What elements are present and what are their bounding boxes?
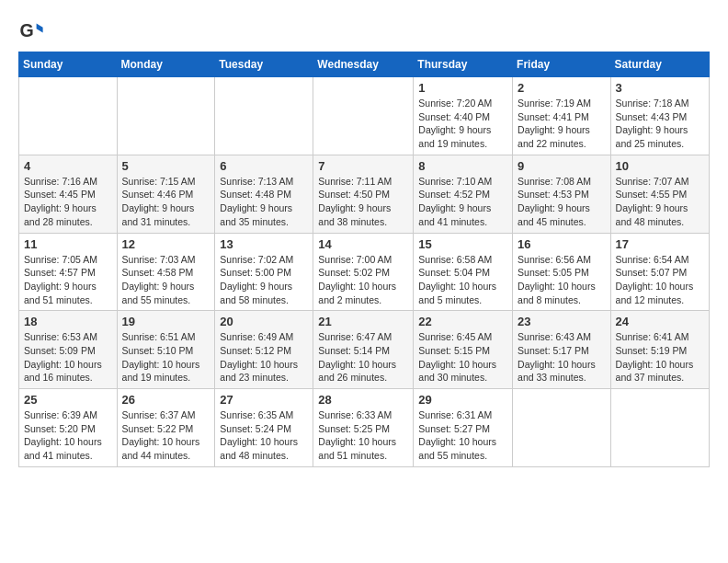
calendar-table: SundayMondayTuesdayWednesdayThursdayFrid… [18, 52, 710, 467]
calendar-cell: 24Sunrise: 6:41 AMSunset: 5:19 PMDayligh… [610, 311, 709, 389]
day-number: 16 [518, 237, 606, 251]
calendar-week-row: 1Sunrise: 7:20 AMSunset: 4:40 PMDaylight… [19, 77, 710, 155]
day-info: Sunrise: 7:05 AMSunset: 4:57 PMDaylight:… [24, 253, 112, 307]
day-number: 6 [220, 159, 308, 173]
calendar-cell: 25Sunrise: 6:39 AMSunset: 5:20 PMDayligh… [19, 389, 118, 467]
day-number: 11 [24, 237, 112, 251]
day-number: 5 [122, 159, 210, 173]
day-header-sunday: Sunday [19, 52, 118, 77]
calendar-cell: 18Sunrise: 6:53 AMSunset: 5:09 PMDayligh… [19, 311, 118, 389]
day-info: Sunrise: 6:47 AMSunset: 5:14 PMDaylight:… [318, 330, 408, 385]
day-number: 4 [24, 159, 112, 173]
day-header-saturday: Saturday [610, 52, 709, 77]
calendar-cell: 22Sunrise: 6:45 AMSunset: 5:15 PMDayligh… [414, 311, 513, 389]
calendar-cell: 4Sunrise: 7:16 AMSunset: 4:45 PMDaylight… [19, 155, 118, 233]
calendar-cell: 3Sunrise: 7:18 AMSunset: 4:43 PMDaylight… [610, 77, 709, 155]
calendar-cell: 2Sunrise: 7:19 AMSunset: 4:41 PMDaylight… [513, 77, 611, 155]
day-number: 28 [318, 393, 408, 407]
calendar-cell: 8Sunrise: 7:10 AMSunset: 4:52 PMDaylight… [414, 155, 513, 233]
day-header-wednesday: Wednesday [313, 52, 414, 77]
day-number: 9 [518, 159, 606, 173]
day-number: 13 [220, 237, 308, 251]
day-info: Sunrise: 6:53 AMSunset: 5:09 PMDaylight:… [24, 330, 112, 385]
day-number: 29 [418, 393, 507, 407]
calendar-cell: 12Sunrise: 7:03 AMSunset: 4:58 PMDayligh… [117, 233, 215, 311]
calendar-cell: 5Sunrise: 7:15 AMSunset: 4:46 PMDaylight… [117, 155, 215, 233]
svg-text:G: G [19, 20, 33, 40]
day-number: 27 [220, 393, 308, 407]
calendar-cell: 17Sunrise: 6:54 AMSunset: 5:07 PMDayligh… [610, 233, 709, 311]
day-number: 3 [616, 81, 704, 95]
day-header-thursday: Thursday [414, 52, 513, 77]
day-info: Sunrise: 6:58 AMSunset: 5:04 PMDaylight:… [418, 253, 507, 307]
calendar-cell: 16Sunrise: 6:56 AMSunset: 5:05 PMDayligh… [513, 233, 611, 311]
calendar-cell: 28Sunrise: 6:33 AMSunset: 5:25 PMDayligh… [313, 389, 414, 467]
day-info: Sunrise: 7:11 AMSunset: 4:50 PMDaylight:… [318, 175, 408, 229]
calendar-cell: 27Sunrise: 6:35 AMSunset: 5:24 PMDayligh… [215, 389, 313, 467]
day-info: Sunrise: 7:00 AMSunset: 5:02 PMDaylight:… [318, 253, 408, 307]
calendar-cell: 26Sunrise: 6:37 AMSunset: 5:22 PMDayligh… [117, 389, 215, 467]
calendar-cell: 9Sunrise: 7:08 AMSunset: 4:53 PMDaylight… [513, 155, 611, 233]
calendar-cell: 13Sunrise: 7:02 AMSunset: 5:00 PMDayligh… [215, 233, 313, 311]
calendar-cell [313, 77, 414, 155]
day-info: Sunrise: 6:49 AMSunset: 5:12 PMDaylight:… [220, 330, 308, 385]
calendar-week-row: 4Sunrise: 7:16 AMSunset: 4:45 PMDaylight… [19, 155, 710, 233]
day-number: 14 [318, 237, 408, 251]
day-info: Sunrise: 6:37 AMSunset: 5:22 PMDaylight:… [122, 408, 210, 463]
calendar-cell: 15Sunrise: 6:58 AMSunset: 5:04 PMDayligh… [414, 233, 513, 311]
day-number: 26 [122, 393, 210, 407]
day-number: 7 [318, 159, 408, 173]
day-info: Sunrise: 7:19 AMSunset: 4:41 PMDaylight:… [518, 97, 606, 151]
day-info: Sunrise: 7:07 AMSunset: 4:55 PMDaylight:… [616, 175, 704, 229]
calendar-cell: 1Sunrise: 7:20 AMSunset: 4:40 PMDaylight… [414, 77, 513, 155]
day-number: 15 [418, 237, 507, 251]
calendar-header-row: SundayMondayTuesdayWednesdayThursdayFrid… [19, 52, 710, 77]
day-info: Sunrise: 6:45 AMSunset: 5:15 PMDaylight:… [418, 330, 507, 385]
day-header-friday: Friday [513, 52, 611, 77]
day-info: Sunrise: 6:33 AMSunset: 5:25 PMDaylight:… [318, 408, 408, 463]
day-number: 12 [122, 237, 210, 251]
calendar-cell: 11Sunrise: 7:05 AMSunset: 4:57 PMDayligh… [19, 233, 118, 311]
calendar-cell: 14Sunrise: 7:00 AMSunset: 5:02 PMDayligh… [313, 233, 414, 311]
day-info: Sunrise: 6:43 AMSunset: 5:17 PMDaylight:… [518, 330, 606, 385]
calendar-cell [610, 389, 709, 467]
day-info: Sunrise: 7:10 AMSunset: 4:52 PMDaylight:… [418, 175, 507, 229]
day-number: 18 [24, 315, 112, 328]
calendar-week-row: 25Sunrise: 6:39 AMSunset: 5:20 PMDayligh… [19, 389, 710, 467]
day-info: Sunrise: 6:54 AMSunset: 5:07 PMDaylight:… [616, 253, 704, 307]
day-number: 25 [24, 393, 112, 407]
day-number: 17 [616, 237, 704, 251]
day-info: Sunrise: 6:31 AMSunset: 5:27 PMDaylight:… [418, 408, 507, 463]
svg-marker-1 [37, 24, 43, 33]
page-header: G [18, 15, 710, 44]
calendar-cell: 10Sunrise: 7:07 AMSunset: 4:55 PMDayligh… [610, 155, 709, 233]
calendar-cell [117, 77, 215, 155]
day-info: Sunrise: 7:02 AMSunset: 5:00 PMDaylight:… [220, 253, 308, 307]
day-number: 22 [418, 315, 507, 328]
logo-icon: G [18, 18, 44, 44]
day-info: Sunrise: 6:41 AMSunset: 5:19 PMDaylight:… [616, 330, 704, 385]
logo: G [18, 18, 46, 44]
calendar-cell [513, 389, 611, 467]
day-number: 8 [418, 159, 507, 173]
day-number: 10 [616, 159, 704, 173]
day-info: Sunrise: 6:39 AMSunset: 5:20 PMDaylight:… [24, 408, 112, 463]
calendar-cell: 19Sunrise: 6:51 AMSunset: 5:10 PMDayligh… [117, 311, 215, 389]
day-number: 21 [318, 315, 408, 328]
calendar-cell: 6Sunrise: 7:13 AMSunset: 4:48 PMDaylight… [215, 155, 313, 233]
day-info: Sunrise: 7:18 AMSunset: 4:43 PMDaylight:… [616, 97, 704, 151]
day-info: Sunrise: 6:56 AMSunset: 5:05 PMDaylight:… [518, 253, 606, 307]
day-header-monday: Monday [117, 52, 215, 77]
calendar-cell: 20Sunrise: 6:49 AMSunset: 5:12 PMDayligh… [215, 311, 313, 389]
day-number: 23 [518, 315, 606, 328]
day-header-tuesday: Tuesday [215, 52, 313, 77]
calendar-cell: 21Sunrise: 6:47 AMSunset: 5:14 PMDayligh… [313, 311, 414, 389]
calendar-cell: 7Sunrise: 7:11 AMSunset: 4:50 PMDaylight… [313, 155, 414, 233]
calendar-cell: 29Sunrise: 6:31 AMSunset: 5:27 PMDayligh… [414, 389, 513, 467]
day-info: Sunrise: 7:03 AMSunset: 4:58 PMDaylight:… [122, 253, 210, 307]
day-info: Sunrise: 7:08 AMSunset: 4:53 PMDaylight:… [518, 175, 606, 229]
day-info: Sunrise: 7:20 AMSunset: 4:40 PMDaylight:… [418, 97, 507, 151]
day-info: Sunrise: 7:13 AMSunset: 4:48 PMDaylight:… [220, 175, 308, 229]
calendar-cell: 23Sunrise: 6:43 AMSunset: 5:17 PMDayligh… [513, 311, 611, 389]
calendar-cell [19, 77, 118, 155]
